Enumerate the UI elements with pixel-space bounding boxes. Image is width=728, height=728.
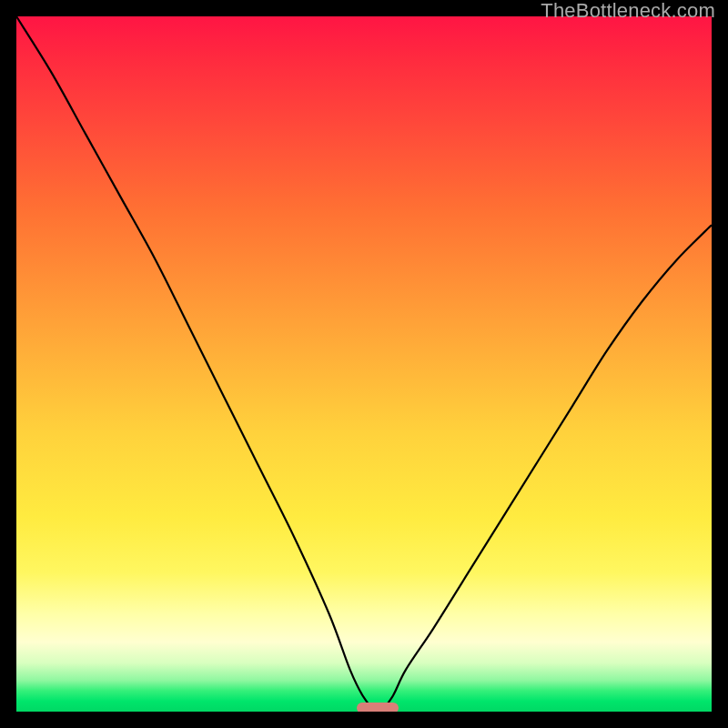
watermark-text: TheBottleneck.com [541,0,715,23]
chart-frame: TheBottleneck.com [0,0,728,728]
optimal-marker [357,703,399,712]
plot-area [16,16,712,712]
bottleneck-curve [16,16,712,712]
